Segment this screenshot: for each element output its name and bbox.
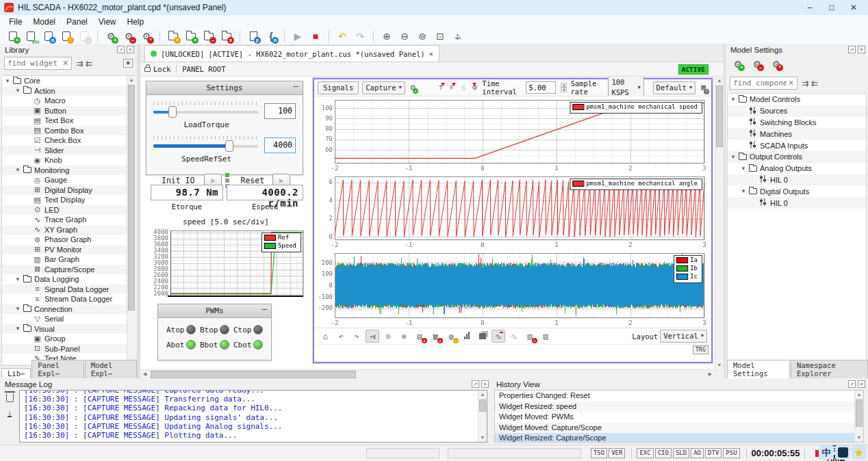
- component-configuration-icon[interactable]: ⚙*: [769, 57, 783, 71]
- history-item[interactable]: Widget Resized: speed: [495, 401, 863, 412]
- ime-tool-icon[interactable]: [835, 445, 850, 460]
- status-flag-psu[interactable]: PSU: [723, 448, 739, 458]
- view-redo-icon[interactable]: ↷: [350, 330, 363, 343]
- menu-panel[interactable]: Panel: [62, 16, 92, 27]
- zoom-history-forward-icon[interactable]: ⊚: [397, 330, 411, 343]
- model-item-switching-blocks[interactable]: Switching Blocks: [728, 117, 866, 129]
- pan-tool-icon[interactable]: ↔↕: [366, 330, 379, 343]
- export-image-icon[interactable]: ▦x: [429, 330, 442, 343]
- widget-preview-icon[interactable]: ▣: [123, 59, 133, 68]
- library-item-data-logging[interactable]: ▼Data Logging: [2, 274, 135, 285]
- close-panel-icon[interactable]: ✕: [481, 380, 489, 388]
- library-item-macro[interactable]: ◷Macro: [2, 96, 135, 106]
- library-item-knob[interactable]: ◉Knob: [2, 155, 135, 166]
- capture-start-icon[interactable]: ⚙+: [409, 81, 418, 94]
- slider-handle[interactable]: [225, 140, 233, 152]
- time-interval-spinner[interactable]: ▲▼: [561, 83, 567, 92]
- canvas-vertical-scrollbar[interactable]: ▲ ▼: [715, 77, 724, 369]
- home-icon[interactable]: ⌂: [318, 330, 332, 343]
- library-item-text-box[interactable]: ▤Text Box: [2, 116, 135, 126]
- log-scrollbar[interactable]: ▲ ▼: [478, 391, 487, 442]
- close-panel-icon[interactable]: ✕: [858, 46, 865, 53]
- model-configuration-icon[interactable]: ⚙*: [139, 29, 154, 44]
- redo-icon[interactable]: ↷: [353, 29, 368, 44]
- menu-view[interactable]: View: [94, 16, 121, 27]
- library-search[interactable]: ✕: [4, 57, 72, 70]
- library-item-text-display[interactable]: ▤Text Display: [2, 195, 135, 205]
- falling-edge-trigger-icon[interactable]: F: [448, 82, 457, 93]
- save-panel-icon[interactable]: –: [201, 29, 216, 44]
- capture-dropdown[interactable]: Capture▼: [362, 81, 405, 94]
- minimize-button[interactable]: –: [800, 1, 820, 14]
- close-button[interactable]: ✕: [843, 1, 864, 14]
- library-item-action[interactable]: ▼Action: [2, 86, 135, 96]
- scope-plot-currents[interactable]: [314, 250, 710, 328]
- status-flag-tso[interactable]: TSO: [591, 448, 607, 458]
- menu-model[interactable]: Model: [28, 16, 60, 27]
- menu-file[interactable]: File: [4, 16, 27, 27]
- float-panel-icon[interactable]: ↗: [848, 380, 856, 388]
- new-vhil-model-icon[interactable]: VH: [23, 29, 38, 44]
- status-flag-ao[interactable]: AO: [691, 448, 704, 458]
- scope-plot-speed[interactable]: [314, 96, 710, 173]
- breadcrumb[interactable]: PANEL ROOT: [182, 65, 225, 73]
- library-item-core[interactable]: ▼Core: [2, 76, 135, 86]
- signal-wave-icon[interactable]: ∿: [492, 330, 505, 343]
- model-item-scada-inputs[interactable]: SCADA Inputs: [728, 140, 866, 151]
- capture-check-icon[interactable]: ▤v: [523, 330, 537, 343]
- model-item-sources[interactable]: Sources: [728, 105, 866, 117]
- history-scrollbar[interactable]: ▲ ▼: [854, 391, 863, 442]
- library-item-trace-graph[interactable]: ∿Trace Graph: [2, 215, 135, 225]
- library-item-bar-graph[interactable]: ▥Bar Graph: [2, 254, 135, 265]
- capture-scope-widget[interactable]: Signals Capture▼ ⚙+ T F S ⚙ Time interva…: [313, 78, 713, 363]
- zoom-reset-icon[interactable]: ⊜: [415, 29, 430, 44]
- scroll-thumb[interactable]: [716, 85, 723, 147]
- panel-canvas[interactable]: Settings– LoadTorqueSpeedRefSet Init IO …: [140, 77, 715, 369]
- library-item-stream-data-logger[interactable]: ≡Stream Data Logger: [2, 294, 135, 304]
- library-item-button[interactable]: ▣Button: [2, 106, 135, 116]
- pwms-widget[interactable]: PWMs– AtopBtopCtopAbotBbotCbot: [157, 304, 272, 360]
- save-model-settings-icon[interactable]: ⚙–: [121, 29, 136, 44]
- library-item-digital-display[interactable]: ⊞Digital Display: [2, 185, 135, 196]
- signals-button[interactable]: Signals: [318, 81, 359, 94]
- export-data-icon[interactable]: ▤x: [413, 330, 426, 343]
- model-information-icon[interactable]: !: [59, 29, 74, 44]
- view-undo-icon[interactable]: ↶: [334, 330, 348, 343]
- model-item-model-controls[interactable]: ▼Model Controls: [728, 94, 866, 105]
- undo-icon[interactable]: ↶: [335, 29, 350, 44]
- stop-simulation-icon[interactable]: ■: [308, 29, 323, 44]
- status-flag-sld[interactable]: SLD: [673, 448, 689, 458]
- scroll-thumb[interactable]: [479, 399, 486, 412]
- time-interval-input[interactable]: [526, 81, 556, 94]
- model-item-hil-0[interactable]: HIL 0: [728, 174, 866, 186]
- scroll-up-icon[interactable]: ▲: [478, 391, 487, 399]
- history-list[interactable]: Properties Changed: ResetWidget Resized:…: [494, 390, 864, 443]
- status-flag-dtv[interactable]: DTV: [705, 448, 722, 458]
- collapse-all-icon[interactable]: ⇇: [86, 59, 91, 68]
- library-scrollbar[interactable]: ▲ ▼: [127, 76, 136, 365]
- settings-widget[interactable]: Settings– LoadTorqueSpeedRefSet Init IO …: [146, 81, 303, 175]
- left-tab-panel-expl[interactable]: Panel Expl⋯: [31, 360, 84, 378]
- start-simulation-icon[interactable]: ▶: [290, 29, 305, 44]
- load-model-settings-icon[interactable]: ⚙+: [103, 29, 118, 44]
- library-item-phasor-graph[interactable]: ⊛Phasor Graph: [2, 235, 135, 245]
- maximize-button[interactable]: □: [821, 1, 842, 14]
- library-item-combo-box[interactable]: ▤Combo Box: [2, 126, 135, 136]
- lock-label[interactable]: Lock: [153, 65, 170, 73]
- left-tab-model-expl[interactable]: Model Expl⋯: [85, 360, 137, 378]
- model-item-digital-outputs[interactable]: ▼Digital Outputs: [728, 185, 866, 197]
- stop-trigger-icon[interactable]: S: [459, 82, 468, 93]
- minimize-widget-icon[interactable]: –: [262, 304, 267, 314]
- float-panel-icon[interactable]: ↗: [472, 380, 479, 388]
- clear-search-icon[interactable]: ✕: [62, 59, 68, 68]
- histogram-icon[interactable]: [460, 330, 474, 343]
- scroll-down-icon[interactable]: ▼: [715, 361, 724, 369]
- scroll-up-icon[interactable]: ▲: [855, 391, 863, 399]
- fullscreen-icon[interactable]: ↔↕: [450, 29, 465, 44]
- model-item-output-controls[interactable]: ▼Output Controls: [728, 151, 866, 163]
- history-item[interactable]: Widget Moved: Capture/Scope: [495, 423, 863, 434]
- component-search-input[interactable]: [733, 79, 787, 88]
- library-item-group[interactable]: ▣Group: [2, 334, 135, 344]
- message-log-list[interactable]: [16:30:30] : [CAPTURE MESSAGE] Captured …: [19, 390, 487, 443]
- component-search[interactable]: ✕: [730, 77, 797, 90]
